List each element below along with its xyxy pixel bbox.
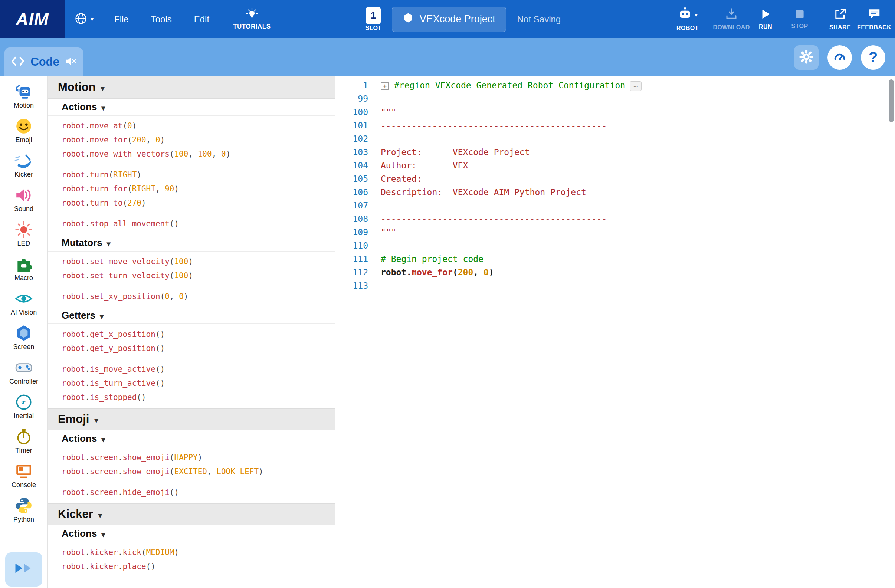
panel-group-actions[interactable]: Actions▾: [48, 525, 335, 543]
mute-icon[interactable]: [65, 55, 77, 69]
line-content: """: [368, 107, 396, 117]
panel-group-title: Mutators: [62, 237, 102, 249]
download-button[interactable]: DOWNLOAD: [714, 8, 748, 31]
sidebar-item-inertial[interactable]: 0°Inertial: [0, 393, 47, 420]
robot-button[interactable]: ▾ ROBOT: [667, 7, 708, 32]
editor-line[interactable]: 106Description: VEXcode AIM Python Proje…: [335, 185, 895, 199]
panel-group-getters[interactable]: Getters▾: [48, 307, 335, 324]
code-snippet[interactable]: robot.is_turn_active(): [62, 376, 335, 390]
panel-section-kicker[interactable]: Kicker▾: [48, 503, 335, 525]
panel-section-motion[interactable]: Motion▾: [48, 76, 335, 99]
code-snippet[interactable]: robot.screen.show_emoji(HAPPY): [62, 450, 335, 464]
editor-line[interactable]: 112robot.move_for(200, 0): [335, 266, 895, 279]
code-snippet[interactable]: robot.get_y_position(): [62, 341, 335, 355]
feedback-button[interactable]: FEEDBACK: [857, 8, 891, 31]
panel-group-actions[interactable]: Actions▾: [48, 430, 335, 447]
fold-expand-icon[interactable]: +: [381, 82, 389, 90]
editor-line[interactable]: 107: [335, 199, 895, 212]
editor-scrollbar[interactable]: [889, 79, 894, 122]
share-button[interactable]: SHARE: [823, 8, 857, 31]
sidebar-item-motion[interactable]: Motion: [0, 82, 47, 109]
sidebar-item-label: Motion: [14, 102, 34, 109]
controller-icon: [14, 358, 33, 377]
code-editor[interactable]: 1+#region VEXcode Generated Robot Config…: [335, 76, 895, 588]
panel-group-title: Actions: [62, 528, 97, 540]
sidebar-item-python[interactable]: Python: [0, 496, 47, 523]
project-name-button[interactable]: VEXcode Project: [392, 7, 506, 32]
code-snippet[interactable]: robot.set_turn_velocity(100): [62, 268, 335, 283]
panel-group-actions[interactable]: Actions▾: [48, 99, 335, 116]
sidebar-item-kicker[interactable]: Kicker: [0, 152, 47, 179]
folded-region-indicator[interactable]: ⋯: [630, 81, 642, 91]
sidebar-item-console[interactable]: Console: [0, 462, 47, 489]
editor-line[interactable]: 101-------------------------------------…: [335, 119, 895, 132]
editor-line[interactable]: 110: [335, 239, 895, 252]
editor-line[interactable]: 113: [335, 279, 895, 292]
run-button[interactable]: RUN: [748, 8, 783, 30]
code-snippet[interactable]: robot.turn_to(270): [62, 196, 335, 210]
code-snippet[interactable]: robot.screen.hide_emoji(): [62, 485, 335, 499]
chevron-down-icon: ▾: [695, 12, 698, 18]
editor-line[interactable]: 108-------------------------------------…: [335, 212, 895, 226]
sidebar-item-emoji[interactable]: Emoji: [0, 117, 47, 144]
help-button[interactable]: ?: [861, 45, 885, 70]
editor-line[interactable]: 1+#region VEXcode Generated Robot Config…: [335, 79, 895, 92]
editor-line[interactable]: 100""": [335, 105, 895, 119]
code-snippet[interactable]: robot.set_xy_position(0, 0): [62, 289, 335, 303]
code-snippet[interactable]: robot.kicker.place(): [62, 559, 335, 574]
code-snippet[interactable]: robot.turn_for(RIGHT, 90): [62, 182, 335, 196]
code-snippet[interactable]: robot.is_stopped(): [62, 390, 335, 405]
code-snippet[interactable]: robot.set_move_velocity(100): [62, 255, 335, 268]
kicker-icon: [14, 152, 33, 170]
tools-menu[interactable]: Tools: [140, 14, 183, 24]
sidebar-list: MotionEmojiKickerSoundLEDMacroAI VisionS…: [0, 82, 47, 523]
line-number: 113: [335, 279, 368, 292]
editor-line[interactable]: 104Author: VEX: [335, 159, 895, 172]
tutorials-button[interactable]: TUTORIALS: [233, 8, 270, 30]
edit-menu[interactable]: Edit: [183, 14, 220, 24]
stop-button[interactable]: STOP: [783, 9, 817, 30]
slot-button[interactable]: 1 SLOT: [366, 7, 381, 32]
line-content: # Begin project code: [368, 254, 484, 264]
panel-section-emoji[interactable]: Emoji▾: [48, 408, 335, 430]
sidebar-item-ai-vision[interactable]: AI Vision: [0, 289, 47, 317]
tab-code[interactable]: Code: [5, 47, 83, 76]
hexagon-icon: [403, 12, 414, 26]
line-content: ----------------------------------------…: [368, 214, 607, 224]
code-snippet[interactable]: robot.move_with_vectors(100, 100, 0): [62, 147, 335, 161]
editor-line[interactable]: 102: [335, 132, 895, 145]
editor-line[interactable]: 111# Begin project code: [335, 252, 895, 266]
code-snippet[interactable]: robot.turn(RIGHT): [62, 168, 335, 182]
sidebar-item-label: Controller: [9, 378, 38, 385]
editor-line[interactable]: 109""": [335, 226, 895, 239]
sidebar-item-timer[interactable]: Timer: [0, 427, 47, 455]
chevron-down-icon: ▾: [101, 103, 105, 112]
download-label: DOWNLOAD: [713, 24, 749, 31]
settings-button[interactable]: [794, 45, 819, 70]
panel-group-mutators[interactable]: Mutators▾: [48, 235, 335, 252]
code-snippet[interactable]: robot.stop_all_movement(): [62, 217, 335, 231]
saving-status: Not Saving: [517, 14, 561, 24]
editor-line[interactable]: 105Created:: [335, 172, 895, 185]
code-snippet[interactable]: robot.is_move_active(): [62, 362, 335, 376]
editor-line[interactable]: 99: [335, 92, 895, 105]
language-menu[interactable]: ▾: [65, 12, 103, 27]
dashboard-button[interactable]: [827, 45, 852, 70]
code-snippet[interactable]: robot.screen.show_emoji(EXCITED, LOOK_LE…: [62, 464, 335, 479]
sidebar-item-sound[interactable]: Sound: [0, 186, 47, 213]
code-snippet[interactable]: robot.move_at(0): [62, 119, 335, 133]
editor-line[interactable]: 103Project: VEXcode Project: [335, 145, 895, 159]
code-snippet[interactable]: robot.kicker.kick(MEDIUM): [62, 546, 335, 559]
code-snippet[interactable]: robot.get_x_position(): [62, 327, 335, 341]
panel-group-title: Actions: [62, 101, 97, 113]
bottom-tool-button[interactable]: [5, 552, 42, 586]
sidebar-item-macro[interactable]: Macro: [0, 255, 47, 282]
sidebar-item-led[interactable]: LED: [0, 220, 47, 247]
ai-vision-icon: [14, 289, 33, 308]
sidebar-item-screen[interactable]: Screen: [0, 324, 47, 351]
file-menu[interactable]: File: [103, 14, 140, 24]
chevron-down-icon: ▾: [91, 15, 94, 23]
code-snippet[interactable]: robot.move_for(200, 0): [62, 133, 335, 147]
sidebar-item-controller[interactable]: Controller: [0, 358, 47, 385]
sidebar-item-label: Inertial: [14, 412, 34, 420]
